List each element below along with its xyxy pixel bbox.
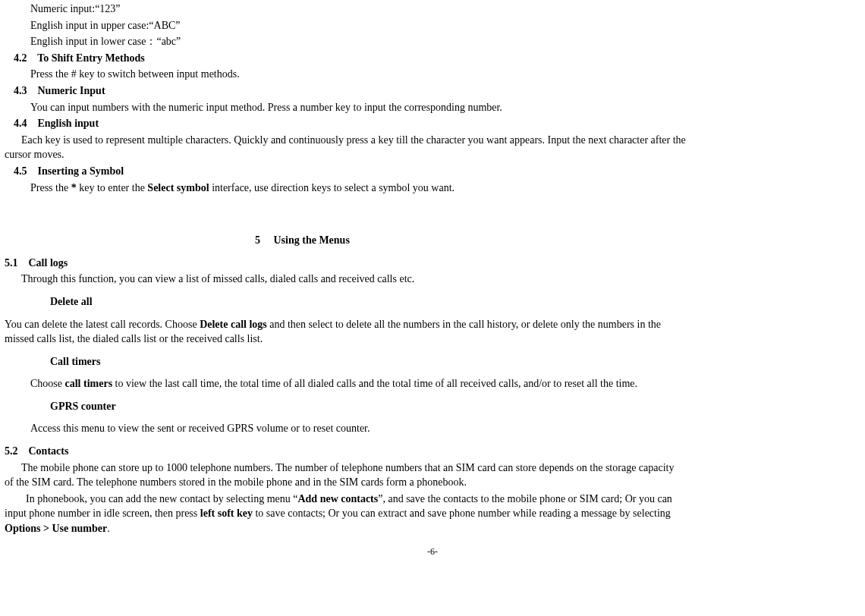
text-numeric-input: Numeric input:“123” bbox=[30, 2, 860, 17]
heading-5-1: 5.1 Call logs bbox=[5, 256, 860, 271]
body-5-2-leftsoft: left soft key bbox=[200, 508, 253, 519]
heading-gprs-counter: GPRS counter bbox=[50, 399, 860, 414]
body-4-5-a: Press the bbox=[30, 182, 71, 193]
body-4-4-line1: Each key is used to represent multiple c… bbox=[21, 134, 686, 146]
body-4-5-c: key to enter the bbox=[77, 182, 148, 193]
body-gprs: Access this menu to view the sent or rec… bbox=[30, 421, 860, 436]
body-4-4-line2: cursor moves. bbox=[5, 149, 64, 160]
body-5-2-period: . bbox=[107, 523, 110, 534]
page-number: -6- bbox=[5, 545, 860, 558]
heading-4-4: 4.4 English input bbox=[14, 116, 860, 131]
body-call-timers-b: call timers bbox=[65, 378, 113, 389]
body-delete-all-c: and then select to delete all the number… bbox=[267, 319, 661, 330]
body-4-5-selectsymbol: Select symbol bbox=[147, 182, 209, 193]
body-delete-all: You can delete the latest call records. … bbox=[5, 317, 860, 347]
body-5-2-p1: The mobile phone can store up to 1000 te… bbox=[5, 460, 860, 490]
heading-call-timers: Call timers bbox=[50, 354, 860, 369]
body-4-5-star: * bbox=[71, 182, 77, 193]
body-delete-all-b: Delete call logs bbox=[200, 319, 267, 330]
heading-chapter-5: 5 Using the Menus bbox=[255, 233, 860, 248]
body-5-2-p2d: input phone number in idle screen, then … bbox=[5, 508, 200, 519]
body-4-2: Press the # key to switch between input … bbox=[30, 67, 860, 82]
body-5-2-p2c: ”, and save the contacts to the mobile p… bbox=[378, 493, 672, 504]
body-5-2-p2f: to save contacts; Or you can extract and… bbox=[253, 508, 671, 519]
body-call-timers: Choose call timers to view the last call… bbox=[30, 376, 860, 391]
body-4-3: You can input numbers with the numeric i… bbox=[30, 100, 860, 115]
body-4-5-e: interface, use direction keys to select … bbox=[209, 182, 455, 193]
body-4-5: Press the * key to enter the Select symb… bbox=[30, 181, 860, 196]
text-english-upper: English input in upper case:“ABC” bbox=[30, 18, 860, 33]
body-5-2-p2a: In phonebook, you can add the new contac… bbox=[26, 493, 297, 504]
body-delete-all-a: You can delete the latest call records. … bbox=[5, 319, 200, 330]
body-call-timers-a: Choose bbox=[30, 378, 65, 389]
body-5-2-p1a: The mobile phone can store up to 1000 te… bbox=[21, 462, 674, 473]
text-english-lower: English input in lower case：“abc” bbox=[30, 34, 860, 49]
body-5-2-p1b: of the SIM card. The telephone numbers s… bbox=[5, 476, 467, 488]
body-4-4: Each key is used to represent multiple c… bbox=[5, 133, 860, 162]
heading-4-5: 4.5 Inserting a Symbol bbox=[14, 164, 860, 179]
body-5-1-intro: Through this function, you can view a li… bbox=[21, 272, 860, 287]
body-call-timers-c: to view the last call time, the total ti… bbox=[112, 378, 637, 389]
heading-5-2: 5.2 Contacts bbox=[5, 444, 860, 459]
body-5-2-options: Options > Use number bbox=[5, 523, 107, 534]
body-5-2-addnew: Add new contacts bbox=[297, 493, 378, 504]
heading-4-3: 4.3 Numeric Input bbox=[14, 83, 860, 99]
heading-4-2: 4.2 To Shift Entry Methods bbox=[14, 51, 860, 66]
body-5-2-p2: In phonebook, you can add the new contac… bbox=[5, 492, 860, 536]
body-delete-all-d: missed calls list, the dialed calls list… bbox=[5, 333, 263, 344]
page-content: Numeric input:“123” English input in upp… bbox=[0, 2, 865, 565]
heading-delete-all: Delete all bbox=[50, 294, 860, 310]
